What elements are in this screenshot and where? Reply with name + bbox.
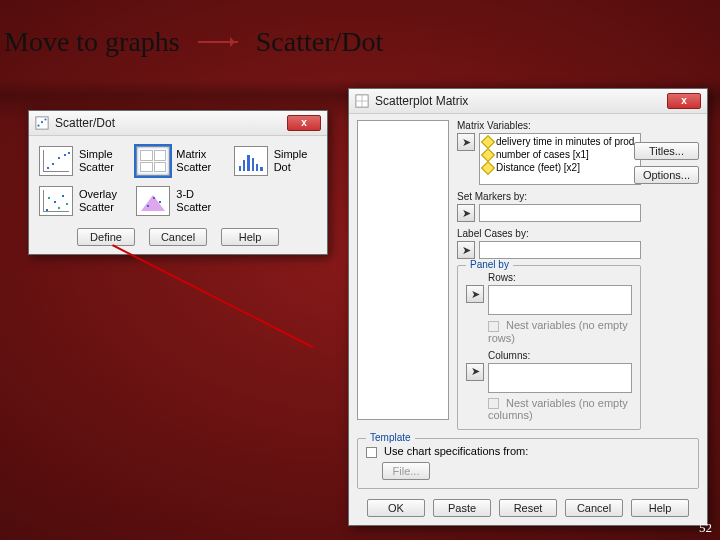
option-label: Simple Scatter: [79, 148, 114, 174]
variable-label: Distance (feet) [x2]: [496, 162, 580, 173]
paste-button[interactable]: Paste: [433, 499, 491, 517]
three-d-scatter-icon: [136, 186, 170, 216]
move-to-rows-button[interactable]: ➤: [466, 285, 484, 303]
nest-cols-checkbox: [488, 398, 499, 409]
titlebar[interactable]: Scatterplot Matrix x: [349, 89, 707, 114]
titles-button[interactable]: Titles...: [634, 142, 699, 160]
option-overlay-scatter[interactable]: Overlay Scatter: [37, 184, 124, 218]
app-icon: [35, 116, 49, 130]
nest-rows-label: Nest variables (no empty rows): [488, 319, 628, 344]
dialog-title: Scatterplot Matrix: [375, 94, 468, 108]
close-button[interactable]: x: [287, 115, 321, 131]
columns-label: Columns:: [488, 350, 632, 361]
option-simple-scatter[interactable]: Simple Scatter: [37, 144, 124, 178]
use-spec-label: Use chart specifications from:: [384, 445, 528, 457]
template-legend: Template: [366, 432, 415, 443]
help-button[interactable]: Help: [221, 228, 279, 246]
svg-point-2: [41, 121, 43, 123]
variable-label: number of cases [x1]: [496, 149, 589, 160]
set-markers-field[interactable]: [479, 204, 641, 222]
option-label: Simple Dot: [274, 148, 308, 174]
scale-icon: [481, 147, 495, 161]
panel-by-legend: Panel by: [466, 259, 513, 270]
variable-item[interactable]: Distance (feet) [x2]: [483, 161, 637, 174]
overlay-scatter-icon: [39, 186, 73, 216]
option-3d-scatter[interactable]: 3-D Scatter: [134, 184, 221, 218]
titlebar[interactable]: Scatter/Dot x: [29, 111, 327, 136]
title-left: Move to graphs: [4, 26, 180, 58]
ok-button[interactable]: OK: [367, 499, 425, 517]
dialog-title: Scatter/Dot: [55, 116, 115, 130]
app-icon: [355, 94, 369, 108]
matrix-scatter-icon: [136, 146, 170, 176]
rows-label: Rows:: [488, 272, 632, 283]
move-to-matrix-button[interactable]: ➤: [457, 133, 475, 151]
cancel-button[interactable]: Cancel: [149, 228, 207, 246]
help-button[interactable]: Help: [631, 499, 689, 517]
option-label: Matrix Scatter: [176, 148, 211, 174]
file-button: File...: [382, 462, 430, 480]
nest-rows-checkbox: [488, 321, 499, 332]
variable-label: delivery time in minutes of prod: [496, 136, 634, 147]
matrix-variables-field[interactable]: delivery time in minutes of prod number …: [479, 133, 641, 185]
options-button[interactable]: Options...: [634, 166, 699, 184]
move-to-markers-button[interactable]: ➤: [457, 204, 475, 222]
panel-rows-field[interactable]: [488, 285, 632, 315]
move-to-labelcases-button[interactable]: ➤: [457, 241, 475, 259]
set-markers-label: Set Markers by:: [457, 191, 641, 202]
move-to-columns-button[interactable]: ➤: [466, 363, 484, 381]
close-icon: x: [681, 96, 687, 106]
use-spec-checkbox[interactable]: [366, 447, 377, 458]
reset-button[interactable]: Reset: [499, 499, 557, 517]
option-label: Overlay Scatter: [79, 188, 117, 214]
cancel-button[interactable]: Cancel: [565, 499, 623, 517]
slide-title: Move to graphs Scatter/Dot: [4, 26, 383, 58]
scale-icon: [481, 160, 495, 174]
simple-dot-icon: [234, 146, 268, 176]
close-button[interactable]: x: [667, 93, 701, 109]
option-matrix-scatter[interactable]: Matrix Scatter: [134, 144, 221, 178]
variable-item[interactable]: number of cases [x1]: [483, 148, 637, 161]
close-icon: x: [301, 118, 307, 128]
svg-point-1: [37, 125, 39, 127]
label-cases-label: Label Cases by:: [457, 228, 641, 239]
arrow-right-icon: [198, 41, 238, 43]
title-right: Scatter/Dot: [256, 26, 384, 58]
scatterplot-matrix-dialog: Scatterplot Matrix x Titles... Options..…: [348, 88, 708, 526]
panel-by-group: Panel by Rows: ➤ Nest variables (no empt…: [457, 265, 641, 430]
svg-point-3: [44, 118, 46, 120]
define-button[interactable]: Define: [77, 228, 135, 246]
scatter-dot-dialog: Scatter/Dot x Simple Scatter Matrix Scat…: [28, 110, 328, 255]
simple-scatter-icon: [39, 146, 73, 176]
option-simple-dot[interactable]: Simple Dot: [232, 144, 319, 178]
matrix-variables-label: Matrix Variables:: [457, 120, 641, 131]
label-cases-field[interactable]: [479, 241, 641, 259]
nest-cols-label: Nest variables (no empty columns): [488, 397, 628, 422]
source-variable-list[interactable]: [357, 120, 449, 420]
template-group: Template Use chart specifications from: …: [357, 438, 699, 489]
scale-icon: [481, 134, 495, 148]
option-label: 3-D Scatter: [176, 188, 211, 214]
page-number: 52: [699, 520, 712, 536]
panel-columns-field[interactable]: [488, 363, 632, 393]
variable-item[interactable]: delivery time in minutes of prod: [483, 135, 637, 148]
